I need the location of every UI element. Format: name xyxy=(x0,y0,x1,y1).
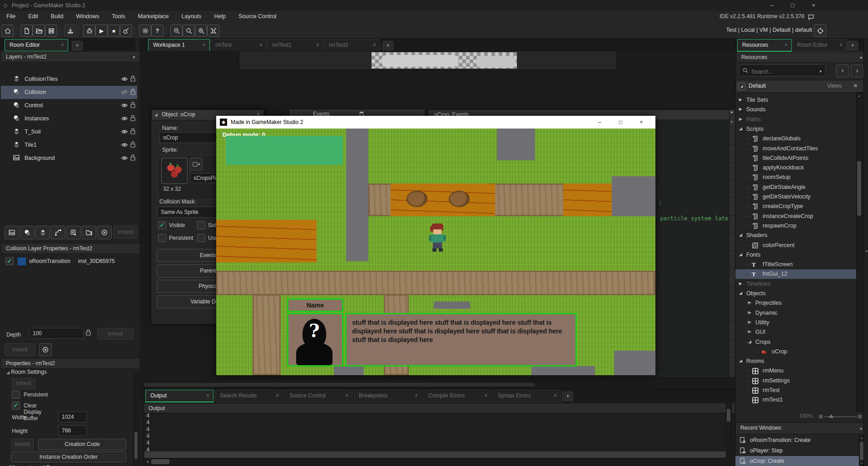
menu-windows[interactable]: Windows xyxy=(70,11,106,22)
close-icon[interactable]: × xyxy=(316,40,319,50)
zoom-out-button[interactable] xyxy=(170,25,183,37)
layer-row-collisiontiles[interactable]: CollisionTiles xyxy=(1,73,137,86)
debug-button[interactable] xyxy=(83,25,95,37)
scrollbar-thumb[interactable] xyxy=(860,442,863,460)
resource-ocrop[interactable]: oCrop xyxy=(735,347,856,357)
eye-icon[interactable] xyxy=(121,141,128,149)
layer-row-collision[interactable]: Collision xyxy=(1,86,137,99)
eye-icon[interactable] xyxy=(121,75,128,83)
expand-icon[interactable]: ▶ xyxy=(748,329,751,334)
layer-row-instances[interactable]: Instances xyxy=(1,112,137,125)
search-input[interactable]: Search...▾ xyxy=(739,64,826,76)
run-button[interactable]: ▶ xyxy=(95,25,108,37)
add-layer-folder-button[interactable] xyxy=(82,226,96,239)
help-button[interactable]: ? xyxy=(151,25,164,37)
deploy-target-button[interactable] xyxy=(64,25,76,37)
resource-projectiles[interactable]: ▶Projectiles xyxy=(735,298,856,308)
scroll-left-arrow[interactable]: ◂ xyxy=(144,459,150,464)
resource-rooms[interactable]: ◢Rooms xyxy=(735,357,856,366)
menu-edit[interactable]: Edit xyxy=(22,11,45,22)
menu-help[interactable]: Help xyxy=(208,11,232,22)
nav-forward-button[interactable]: › xyxy=(851,64,863,77)
resource-crops[interactable]: ◢Crops xyxy=(735,337,856,347)
build-target-label[interactable]: Test | Local | VM | Default | default xyxy=(726,27,812,33)
resource-getdirstateangle[interactable]: getDirStateAngle xyxy=(735,183,856,192)
close-icon[interactable]: × xyxy=(784,40,788,50)
game-minimize-button[interactable]: – xyxy=(589,116,610,129)
menu-layouts[interactable]: Layouts xyxy=(175,11,208,22)
nav-back-button[interactable]: ‹ xyxy=(836,64,849,77)
visible-checkbox[interactable]: ✓ xyxy=(158,221,166,229)
menu-build[interactable]: Build xyxy=(45,11,70,22)
room-inherit-button[interactable]: Inherit xyxy=(12,378,35,389)
add-tab-button[interactable]: + xyxy=(72,41,83,50)
resource-objects[interactable]: ◢Objects xyxy=(735,289,856,298)
resource-rmmenu[interactable]: rmMenu xyxy=(735,366,856,376)
instance-checkbox[interactable]: ✓ xyxy=(5,257,14,265)
output-tab-source-control[interactable]: Source Control× xyxy=(284,390,352,402)
viewports-group[interactable]: ▸ Viewports and Cameras xyxy=(6,464,68,466)
background-layer-button[interactable] xyxy=(5,226,19,239)
output-tab-breakpoints[interactable]: Breakpoints× xyxy=(354,390,422,402)
layer-row-control[interactable]: Control xyxy=(1,99,137,112)
target-manager-button[interactable] xyxy=(814,25,826,37)
resource-applyknockback[interactable]: applyKnockback xyxy=(735,163,856,173)
depth-inherit-button[interactable]: Inherit xyxy=(97,328,134,340)
resource-rmtest1[interactable]: rmTest1 xyxy=(735,395,856,405)
zoom-reset-button[interactable] xyxy=(183,25,195,37)
close-icon[interactable]: × xyxy=(484,390,487,401)
maximize-button[interactable]: □ xyxy=(782,0,803,11)
game-maximize-button[interactable]: □ xyxy=(610,116,631,129)
scroll-up-arrow[interactable]: ▴ xyxy=(857,94,861,99)
persistent-checkbox[interactable] xyxy=(12,391,20,399)
close-icon[interactable]: × xyxy=(203,40,206,50)
close-icon[interactable]: × xyxy=(206,390,209,401)
lock-icon[interactable] xyxy=(130,128,136,135)
output-tab-compile-errors[interactable]: Compile Errors× xyxy=(423,390,491,402)
layer-row-background[interactable]: Background xyxy=(1,152,137,165)
lock-icon[interactable] xyxy=(130,101,136,109)
zoom-in-handle[interactable] xyxy=(858,415,862,418)
recent-window-item[interactable]: oCrop: Create xyxy=(735,456,859,466)
expand-icon[interactable]: ▶ xyxy=(748,300,751,305)
windows-layout-button[interactable] xyxy=(207,25,219,37)
close-icon[interactable]: × xyxy=(373,40,376,50)
resource-tilecollideatpoints[interactable]: tileCollideAtPoints xyxy=(735,154,856,163)
close-icon[interactable]: × xyxy=(415,390,418,401)
scrollbar-thumb[interactable] xyxy=(857,161,861,216)
path-layer-button[interactable] xyxy=(51,226,65,239)
resource-createcroptype[interactable]: createCropType xyxy=(735,202,856,211)
clean-button[interactable] xyxy=(120,25,132,37)
lock-icon[interactable] xyxy=(130,75,136,83)
resource-getdirstatevelocity[interactable]: getDirStateVelocity xyxy=(735,192,856,202)
resource-declareglobals[interactable]: declareGlobals xyxy=(735,134,856,144)
resource-gui[interactable]: ▶GUI xyxy=(735,327,856,337)
output-tab-syntax-errors[interactable]: Syntax Errors× xyxy=(493,390,561,402)
layer-row-t_soil[interactable]: T_Soil xyxy=(1,125,137,139)
inherit-creation-button[interactable]: Inherit xyxy=(11,439,34,450)
lock-icon[interactable] xyxy=(130,154,136,162)
eye-icon[interactable] xyxy=(121,154,128,162)
scrollbar-thumb[interactable] xyxy=(727,409,730,421)
resource-colorpercent[interactable]: colorPercent xyxy=(735,241,856,250)
creation-code-button[interactable]: Creation Code xyxy=(38,439,126,450)
output-hscrollbar[interactable]: ◂ xyxy=(144,458,731,466)
stop-button[interactable]: ■ xyxy=(108,25,120,37)
new-sprite-button[interactable]: ▢+ xyxy=(190,158,203,170)
menu-source-control[interactable]: Source Control xyxy=(232,11,283,22)
collapse-icon[interactable]: ◢ xyxy=(739,291,742,295)
zoom-in-button[interactable] xyxy=(195,25,207,37)
expand-icon[interactable]: ▶ xyxy=(739,117,742,121)
workspace-tab-rmtest1[interactable]: rmTest1× xyxy=(267,39,323,51)
collapse-all-icon[interactable]: ◢ xyxy=(738,83,745,90)
new-file-button[interactable] xyxy=(20,25,33,37)
expand-icon[interactable]: ▶ xyxy=(739,97,742,102)
clear-inherit-button[interactable] xyxy=(39,343,52,356)
instance-color-swatch[interactable] xyxy=(17,257,26,266)
expand-icon[interactable]: ▶ xyxy=(748,310,751,315)
resource-dynamic[interactable]: ▶Dynamic xyxy=(735,308,856,318)
output-selected-row[interactable] xyxy=(144,451,729,458)
close-icon[interactable]: × xyxy=(276,390,279,401)
workspace-hscrollbar[interactable] xyxy=(144,383,535,387)
eye-icon[interactable] xyxy=(121,128,128,135)
